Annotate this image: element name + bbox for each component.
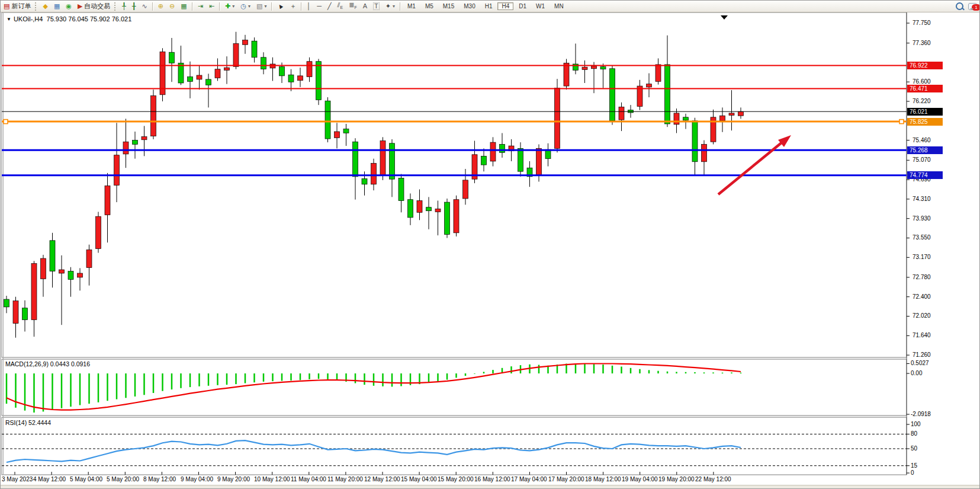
price-axis-label: 73.550 [912,234,931,241]
arrows-tool-button[interactable]: ✦▾ [383,1,398,11]
candle [674,113,679,124]
rsi-axis-label: 50 [911,445,917,452]
fibonacci-button[interactable]: ≣F [346,1,360,11]
chevron-down-icon[interactable]: ▼ [7,17,11,22]
candle [307,62,312,77]
mt4-window: ▤ 新订单 ◆ ▦ ◉ ▶ 自动交易 ╀ ╂ ∿ ⊕ ⊖ ▦ ⇥ ⇤ ✚▾ ◷▾… [0,0,980,489]
equidistant-channel-icon: ⫽E [338,0,343,12]
candle-chart-type-button[interactable]: ╂ [129,1,139,11]
new-order-button[interactable]: ▤ 新订单 [1,1,34,11]
candle [555,88,560,149]
zoom-in-icon: ⊕ [158,1,163,11]
data-center-button[interactable]: ◉ [63,1,75,11]
bar-chart-type-icon: ╀ [122,1,126,11]
timeframe-bar: M1M5M15M30H1H4D1W1MN [403,2,568,11]
candle [13,301,18,324]
candle [692,121,698,162]
chart-autoscroll-button[interactable]: ⇤ [206,1,217,11]
timeframe-MN[interactable]: MN [550,2,568,10]
cursor-tool-button[interactable]: ▲ [274,1,287,11]
candle [536,148,542,175]
timeframe-M30[interactable]: M30 [460,2,479,10]
zoom-out-button[interactable]: ⊖ [166,1,178,11]
candle [133,140,138,145]
tile-windows-button[interactable]: ▦ [178,1,189,11]
chat-icon[interactable]: 1 [968,3,977,10]
profile-window-icon: ▦ [54,1,60,11]
add-indicator-button[interactable]: ✚▾ [222,1,237,11]
chart-shift-button[interactable]: ⇥ [195,1,206,11]
chart-shift-icon: ⇥ [198,1,203,11]
candle [288,75,294,82]
cursor-icon: ▲ [275,0,287,12]
candle [96,216,101,248]
candle [188,77,193,82]
zoom-out-icon: ⊖ [169,1,175,11]
candle [31,264,37,320]
search-icon[interactable] [956,2,963,10]
candle [380,141,385,175]
main-panel [2,12,907,357]
notification-badge: 1 [972,4,980,11]
candle [435,209,441,212]
chart-canvas[interactable] [1,12,980,489]
candle [720,116,725,121]
vertical-line-button[interactable]: │ [304,1,314,11]
candle [371,164,377,184]
crosshair-tool-button[interactable]: ＋ [287,1,299,11]
timeframe-M5[interactable]: M5 [421,2,438,10]
new-order-label: 新订单 [11,2,31,11]
line-chart-type-button[interactable]: ∿ [139,1,150,11]
toolbar-separator [219,2,220,11]
candle [592,66,597,69]
macd-axis-label: 0.5027 [911,360,929,366]
text-label-button[interactable]: T [370,1,383,11]
candle [454,200,459,233]
candle [41,258,46,279]
toolbar-grip [35,2,38,11]
time-axis-label[interactable]: 8 May 12:00 [143,476,186,482]
horizontal-line-button[interactable]: ─ [314,1,324,11]
timeframe-M1[interactable]: M1 [403,2,420,10]
candle [335,132,340,138]
candle [298,76,303,81]
bar-chart-type-button[interactable]: ╀ [119,1,129,11]
periods-clock-button[interactable]: ◷▾ [237,1,253,11]
macd-axis-label: -2.0918 [911,411,931,417]
hline-marker[interactable] [4,120,8,124]
candle [78,273,83,277]
text-tool-button[interactable]: A [360,1,370,11]
profile-window-button[interactable]: ▦ [51,1,63,11]
candle [647,84,652,87]
timeframe-H4[interactable]: H4 [497,2,513,10]
candle [86,250,92,267]
candle [702,145,707,162]
price-badge-76.922: 76.922 [907,62,943,69]
templates-button[interactable]: ▧▾ [253,1,269,11]
price-axis-label: 77.360 [912,40,931,46]
time-axis-label[interactable]: 22 May 12:00 [695,476,738,482]
gold-stack-button[interactable]: ◆ [40,1,50,11]
candle [23,308,28,320]
time-axis-label[interactable]: 17 May 04:00 [511,476,554,482]
timeframe-D1[interactable]: D1 [515,2,531,10]
candle [325,101,330,139]
candle [500,145,505,153]
horizontal-line-icon: ─ [317,1,322,11]
hline-marker[interactable] [899,120,904,124]
zoom-in-button[interactable]: ⊕ [155,1,166,11]
timeframe-M15[interactable]: M15 [439,2,458,10]
candle [233,44,239,67]
candle [105,186,110,215]
price-axis-label: 71.260 [912,351,931,358]
equidistant-channel-button[interactable]: ⫽E [335,1,346,11]
candle [4,299,9,307]
trendline-button[interactable]: ╱ [324,1,335,11]
toolbar-separator [152,2,153,11]
price-axis-label: 71.640 [912,332,931,338]
new-order-icon: ▤ [4,1,9,11]
timeframe-H1[interactable]: H1 [481,2,497,10]
price-axis-label: 73.930 [912,215,931,222]
timeframe-W1[interactable]: W1 [532,2,549,10]
auto-trading-button[interactable]: ▶ 自动交易 [75,1,113,11]
